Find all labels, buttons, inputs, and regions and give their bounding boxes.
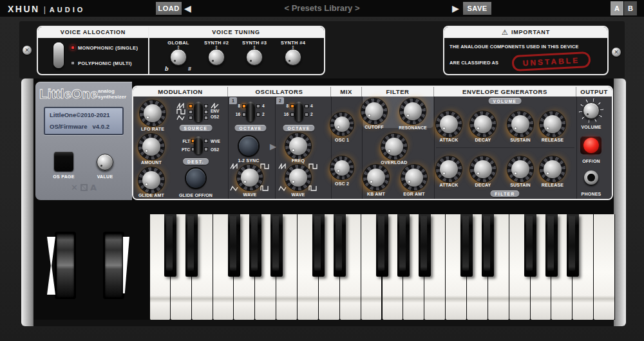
lfo-square-led [189, 110, 193, 114]
flt-decay-knob[interactable] [470, 156, 496, 182]
mod-dest-switch[interactable] [194, 136, 203, 154]
synth3-tune-knob[interactable] [246, 49, 263, 66]
black-key[interactable] [460, 214, 473, 277]
sync-button[interactable] [239, 136, 258, 156]
osc2-oct4-label: 4 [310, 104, 313, 108]
osc1-oct8-label: 8 [231, 104, 240, 108]
osc2-octave-switch[interactable] [294, 102, 303, 122]
eg-row-divider [436, 147, 574, 148]
black-key[interactable] [249, 214, 261, 277]
important-line1: THE ANALOGUE COMPONENTS USED IN THIS DEV… [450, 44, 579, 50]
osc1-octave-badge: OCTAVE [234, 125, 266, 131]
black-key[interactable] [482, 214, 494, 277]
output-title: OUTPUT [576, 87, 612, 97]
kb-amt-knob[interactable] [363, 165, 389, 190]
power-button[interactable] [583, 138, 599, 153]
mod-source-switch[interactable] [194, 102, 203, 122]
vol-sustain-label: SUSTAIN [510, 138, 531, 142]
voice-mode-switch[interactable] [53, 42, 64, 68]
dest-badge: DEST. [183, 158, 209, 165]
egr-amt-knob[interactable] [401, 165, 427, 190]
glide-onoff-label: GLIDE OFF/ON [179, 193, 213, 198]
os-page-button[interactable] [54, 152, 73, 171]
black-key[interactable] [567, 214, 579, 277]
lfo-saw-led [189, 104, 193, 108]
black-key[interactable] [419, 214, 431, 277]
source-os2-label: OS2 [211, 115, 219, 119]
resonance-knob[interactable] [400, 98, 426, 124]
flt-release-knob[interactable] [540, 156, 565, 182]
black-key[interactable] [524, 214, 536, 277]
left-end-cheek [21, 78, 33, 326]
resonance-label: RESONANCE [399, 125, 426, 130]
flt-attack-knob[interactable] [436, 156, 462, 182]
overload-label: OVERLOAD [381, 160, 407, 165]
square-wave-icon [176, 109, 186, 115]
value-knob[interactable] [97, 154, 113, 170]
eg-volume-badge: VOLUME [489, 98, 522, 104]
mix-osc1-knob[interactable] [330, 113, 354, 136]
section-divider [576, 97, 577, 199]
output-volume-knob[interactable] [583, 102, 600, 119]
right-end-cheek [614, 78, 626, 326]
white-key[interactable] [594, 214, 615, 320]
keyboard [149, 214, 615, 320]
vol-attack-label: ATTACK [440, 138, 459, 142]
osc2-oct16-label: 16 [277, 112, 289, 116]
osc1-wave-knob[interactable] [237, 165, 263, 190]
synth-unit: LittleOne analog synthesizer LittleOne©2… [21, 78, 626, 326]
black-key[interactable] [397, 214, 410, 277]
xhun-logo-mark: ✕ A [71, 183, 109, 192]
osc2-wave-knob[interactable] [285, 165, 311, 190]
dest-flt-label: FLT [173, 139, 190, 143]
vol-decay-knob[interactable] [470, 111, 496, 137]
important-title: IMPORTANT [511, 27, 550, 38]
next-preset-icon[interactable]: ▶ [452, 2, 459, 15]
xhun-audio-logo: XHUN|AUDIO [8, 3, 85, 15]
flt-decay-label: DECAY [475, 183, 491, 187]
preset-title[interactable]: < Presets Library > [258, 3, 386, 13]
brand-name: XHUN [8, 4, 40, 14]
global-tune-knob[interactable] [170, 49, 187, 66]
phones-jack[interactable] [584, 170, 598, 185]
osc2-freq-knob[interactable] [285, 133, 311, 159]
prev-preset-icon[interactable]: ◀ [184, 2, 191, 15]
compare-a-button[interactable]: A [611, 1, 623, 15]
black-key[interactable] [228, 214, 240, 277]
save-button[interactable]: SAVE [463, 2, 491, 15]
vol-release-knob[interactable] [540, 111, 565, 137]
black-key[interactable] [164, 214, 176, 277]
important-line2: ARE CLASSIFIED AS [450, 60, 498, 66]
pitch-wheel[interactable] [57, 234, 74, 297]
glide-amt-knob[interactable] [138, 167, 164, 193]
synth2-tune-knob[interactable] [208, 49, 225, 66]
black-key[interactable] [545, 214, 558, 277]
black-key[interactable] [312, 214, 325, 277]
mix-osc2-knob[interactable] [330, 156, 354, 180]
black-key[interactable] [376, 214, 388, 277]
osc1-octave-switch[interactable] [246, 102, 255, 122]
osc1-oct4-led [256, 104, 260, 108]
mod-amount-knob[interactable] [138, 134, 164, 160]
polyphonic-led [71, 61, 75, 65]
tagline-synthesizer: synthesizer [98, 95, 126, 100]
monophonic-label: MONOPHONIC (SINGLE) [78, 45, 138, 51]
load-button[interactable]: LOAD [156, 2, 182, 15]
flt-sustain-knob[interactable] [507, 156, 533, 182]
synth4-tune-knob[interactable] [285, 49, 301, 66]
osc2-oct4-led [305, 104, 308, 108]
brand-separator: | [40, 5, 50, 14]
black-key[interactable] [270, 214, 283, 277]
compare-b-button[interactable]: B [624, 1, 637, 15]
black-key[interactable] [334, 214, 346, 277]
cutoff-knob[interactable] [361, 98, 387, 124]
keyboard-shelf [33, 320, 614, 326]
vol-sustain-knob[interactable] [507, 111, 533, 137]
lfo-rate-knob[interactable] [140, 100, 166, 126]
unstable-stamp: UNSTABLE [511, 51, 591, 71]
overload-knob[interactable] [381, 134, 407, 160]
black-key[interactable] [185, 214, 198, 277]
vol-attack-knob[interactable] [436, 111, 462, 137]
glide-onoff-button[interactable] [186, 169, 205, 188]
mod-wheel[interactable] [105, 234, 122, 297]
